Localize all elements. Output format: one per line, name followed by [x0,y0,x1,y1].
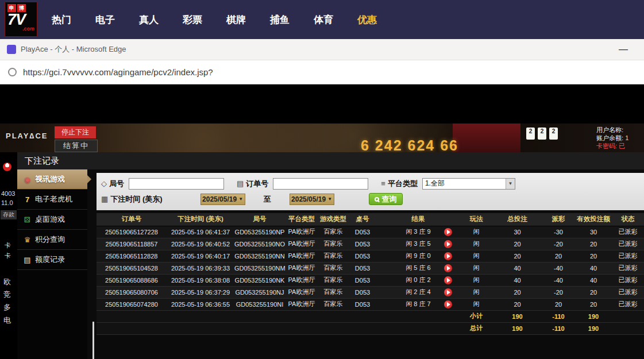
table-cell: 2025-05-19 06:36:55 [167,298,234,310]
balance-label: 账户余额: [596,134,623,141]
result-text: 闲 3 庄 5 [406,240,430,247]
column-header: 游戏类型 [318,213,348,226]
site-logo[interactable]: 申 博 7V .com [5,2,37,37]
table-cell: D053 [348,262,377,274]
table-cell: 已派彩 [612,226,644,238]
sidebar-item[interactable]: ▤额度记录 [17,250,87,270]
minimize-button[interactable]: — [610,44,637,55]
platform-label: 平台类型 [388,179,418,189]
account-note: 卡密码: 已 [596,142,628,150]
url-text[interactable]: https://gci.7vvvvvv.com/agingame/pcv2/in… [23,67,213,77]
table-row: 2505190650742802025-05-19 06:36:55GD0532… [97,298,644,310]
column-header: 总投注 [493,213,542,226]
table-cell: 20 [575,298,612,310]
table-cell: -20 [542,238,575,250]
total-cell [97,322,167,334]
total-cell [318,310,348,322]
nav-item[interactable]: 体育 [314,13,333,26]
stop-betting-button[interactable]: 停止下注 [55,126,96,138]
sidebar-item[interactable]: 7电子老虎机 [17,190,87,210]
replay-icon[interactable] [444,264,452,272]
table-cell: 闲 [460,226,493,238]
replay-icon[interactable] [444,300,452,308]
nav-item[interactable]: 真人 [139,13,159,26]
chevron-down-icon: ▼ [327,196,332,202]
page-fragment: 竞 [3,289,11,300]
table-cell: PA欧洲厅 [285,286,318,298]
replay-icon[interactable] [444,276,452,284]
column-header: 局号 [234,213,285,226]
table-cell: GD053255190NJ [234,286,285,298]
table-cell: D053 [348,250,377,262]
table-cell: 闲 [460,262,493,274]
table-cell: 百家乐 [318,238,348,250]
date-to-picker[interactable]: 2025/05/19▼ [290,194,334,205]
points-icon: ♛ [22,236,32,244]
playing-card: 2 [549,128,558,140]
nav-item[interactable]: 优惠 [357,13,377,26]
replay-icon[interactable] [444,252,452,260]
table-cell: 20 [575,238,612,250]
game-stage: PLAY∆CE 停止下注 结算中 6 242 624 66 222 用户名称: … [0,84,644,359]
table-cell: 20 [493,286,542,298]
sidebar-item-label: 视讯游戏 [35,174,65,184]
table-cell: 250519065080706 [97,286,167,298]
platform-selected-value: 1.全部 [425,179,445,188]
table-cell: PA欧洲厅 [285,298,318,310]
replay-icon[interactable] [444,288,452,296]
nav-item[interactable]: 棋牌 [226,13,246,26]
settling-status: 结算中 [55,140,98,152]
order-input[interactable] [273,178,368,190]
platform-select[interactable]: 1.全部 ▼ [422,178,515,190]
sidebar-item[interactable]: ◉视讯游戏 [17,169,87,190]
replay-icon[interactable] [444,240,452,248]
avatar-icon [3,163,11,171]
table-body: 2505190651272282025-05-19 06:41:37GD0532… [97,226,644,334]
table-cell: 30 [575,226,612,238]
table-cell: 250519065112828 [97,250,167,262]
table-cell: 250519065127228 [97,226,167,238]
table-cell: -20 [542,286,575,298]
total-cell [348,310,377,322]
table-cell: 百家乐 [318,262,348,274]
table-cell: GD053255190NP [234,226,285,238]
playing-card: 2 [538,128,546,140]
table-header-row: 订单号下注时间 (美东)局号平台类型游戏类型桌号结果玩法总投注派彩有效投注额状态 [97,213,644,226]
search-button[interactable]: 查询 [369,193,403,205]
table-row: 2505190651272282025-05-19 06:41:37GD0532… [97,226,644,238]
total-cell: 总计 [460,322,493,334]
sidebar-item[interactable]: ⚄桌面游戏 [17,210,87,230]
replay-icon[interactable] [444,228,452,236]
scrollbar-fragment[interactable] [92,322,94,359]
cards: 222 [526,128,558,140]
table-cell: GD053255190NM [234,262,285,274]
date-to-value: 2025/05/19 [291,195,326,203]
table-cell: 已派彩 [612,298,644,310]
column-header: 桌号 [348,213,377,226]
nav-item[interactable]: 电子 [95,13,115,26]
total-cell [285,310,318,322]
sidebar-item[interactable]: ♛积分查询 [17,230,87,250]
table-cell: 20 [493,238,542,250]
table-cell: 已派彩 [612,250,644,262]
nav-item[interactable]: 彩票 [183,13,202,26]
page-fragment: 欧 [3,277,11,287]
result-text: 闲 8 庄 7 [406,300,430,307]
round-input[interactable] [129,178,224,190]
bet-records-table: 订单号下注时间 (美东)局号平台类型游戏类型桌号结果玩法总投注派彩有效投注额状态… [97,213,644,335]
sidebar-item-label: 积分查询 [35,234,65,245]
table-cell: 20 [575,286,612,298]
table-cell: 250519065104528 [97,262,167,274]
table-cell: 40 [493,274,542,286]
result-cell: 闲 0 庄 2 [377,274,460,286]
date-from-picker[interactable]: 2025/05/19▼ [200,194,245,205]
nav-item[interactable]: 捕鱼 [270,13,290,26]
total-cell [612,310,644,322]
table-cell: 闲 [460,298,493,310]
table-cell: 闲 [460,286,493,298]
nav-item[interactable]: 热门 [52,13,71,26]
table-cell: 20 [575,250,612,262]
user-label: 用户名称: [596,126,623,133]
ledger-icon: ▤ [22,256,32,264]
table-cell: 百家乐 [318,274,348,286]
